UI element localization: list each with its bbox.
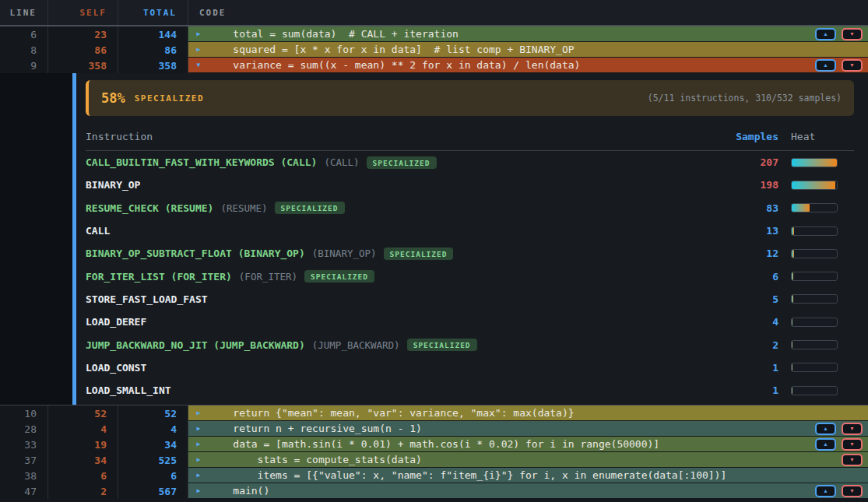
code-row[interactable]: 8 86 86 ▶ squared = [x * x for x in data… xyxy=(0,42,868,58)
jump-down-button[interactable]: ▼ xyxy=(842,423,863,435)
instruction-base-opcode: (FOR_ITER) xyxy=(239,271,297,283)
instruction-name: LOAD_CONST xyxy=(86,362,146,374)
instruction-samples: 83 xyxy=(718,202,786,214)
line-number: 47 xyxy=(0,483,48,499)
column-header-heat[interactable]: Heat xyxy=(786,131,854,142)
code-row[interactable]: 9 358 358 ▼ variance = sum((x - mean) **… xyxy=(0,58,868,73)
heat-bar xyxy=(791,294,838,304)
heat-bar-fill xyxy=(792,272,793,280)
specialized-badge: SPECIALIZED xyxy=(407,339,477,351)
expand-arrow-icon[interactable]: ▶ xyxy=(188,425,209,432)
column-header-code: CODE xyxy=(188,0,868,25)
instruction-name: JUMP_BACKWARD_NO_JIT (JUMP_BACKWARD) xyxy=(86,339,305,351)
instruction-samples: 6 xyxy=(718,271,786,283)
specialized-badge: SPECIALIZED xyxy=(384,247,454,260)
jump-down-button[interactable]: ▼ xyxy=(842,485,863,497)
self-samples-value: 6 xyxy=(48,468,118,483)
code-cell[interactable]: ▶ items = [{"value": x, "name": f"item_{… xyxy=(188,468,868,483)
code-cell[interactable]: ▶ data = [math.sin(i * 0.01) + math.cos(… xyxy=(188,437,868,452)
jump-down-button[interactable]: ▼ xyxy=(842,438,863,451)
heat-bar xyxy=(791,318,838,327)
instruction-base-opcode: (JUMP_BACKWARD) xyxy=(312,339,400,351)
code-text: total = sum(data) # CALL + iteration xyxy=(209,26,459,41)
self-samples-value: 86 xyxy=(48,42,118,58)
hot-lines-bottom: 10 52 52 ▶ return {"mean": mean, "var": … xyxy=(0,405,868,499)
instruction-row: BINARY_OP_SUBTRACT_FLOAT (BINARY_OP) (BI… xyxy=(86,242,854,265)
hot-lines-top: 6 23 144 ▶ total = sum(data) # CALL + it… xyxy=(0,26,868,73)
expand-arrow-icon[interactable]: ▶ xyxy=(188,409,209,416)
line-number: 37 xyxy=(0,452,48,468)
code-text: data = [math.sin(i * 0.01) + math.cos(i … xyxy=(209,437,659,451)
jump-up-button[interactable]: ▲ xyxy=(815,485,836,497)
nav-buttons: ▲▼ xyxy=(815,26,863,41)
jump-down-button[interactable]: ▼ xyxy=(842,59,863,72)
expand-arrow-icon[interactable]: ▶ xyxy=(188,472,209,479)
code-cell[interactable]: ▶ main() ▲▼ xyxy=(188,483,868,499)
expand-arrow-icon[interactable]: ▶ xyxy=(188,46,209,53)
code-row[interactable]: 10 52 52 ▶ return {"mean": mean, "var": … xyxy=(0,405,868,421)
jump-down-button[interactable]: ▼ xyxy=(842,28,863,40)
code-row[interactable]: 33 19 34 ▶ data = [math.sin(i * 0.01) + … xyxy=(0,437,868,452)
total-samples-value: 6 xyxy=(118,468,188,483)
jump-up-button[interactable]: ▲ xyxy=(815,59,836,72)
code-row[interactable]: 38 6 6 ▶ items = [{"value": x, "name": f… xyxy=(0,468,868,483)
expand-arrow-icon[interactable]: ▶ xyxy=(188,30,209,37)
instruction-base-opcode: (BINARY_OP) xyxy=(312,247,377,259)
instruction-samples: 1 xyxy=(718,362,786,374)
code-text: return {"mean": mean, "var": variance, "… xyxy=(209,405,575,420)
heat-bar xyxy=(791,340,838,349)
heat-bar-fill xyxy=(792,227,794,235)
instruction-name: BINARY_OP xyxy=(86,179,140,191)
code-cell[interactable]: ▶ squared = [x * x for x in data] # list… xyxy=(188,42,868,58)
column-header-self: SELF xyxy=(48,0,118,25)
instruction-name: STORE_FAST_LOAD_FAST xyxy=(86,293,208,305)
instruction-name: CALL xyxy=(86,225,110,237)
self-samples-value: 19 xyxy=(48,437,118,452)
heat-bar-fill xyxy=(792,363,792,371)
column-header-instruction[interactable]: Instruction xyxy=(86,131,718,142)
jump-up-button[interactable]: ▲ xyxy=(815,423,836,435)
heat-bar-fill xyxy=(792,318,792,326)
code-text: variance = sum((x - mean) ** 2 for x in … xyxy=(209,58,580,72)
line-number: 6 xyxy=(0,26,48,42)
panel-gutter xyxy=(0,73,72,405)
column-header-total: TOTAL xyxy=(118,0,188,25)
instruction-name: FOR_ITER_LIST (FOR_ITER) xyxy=(86,271,232,283)
code-row[interactable]: 6 23 144 ▶ total = sum(data) # CALL + it… xyxy=(0,26,868,42)
self-samples-value: 2 xyxy=(48,483,118,499)
code-cell[interactable]: ▶ return {"mean": mean, "var": variance,… xyxy=(188,405,868,421)
table-header-row: LINE SELF TOTAL CODE xyxy=(0,0,868,26)
expand-arrow-icon[interactable]: ▶ xyxy=(188,456,209,463)
code-cell[interactable]: ▶ return n + recursive_sum(n - 1) ▲▼ xyxy=(188,421,868,437)
nav-buttons: ▲▼ xyxy=(815,437,863,451)
heat-bar xyxy=(791,249,838,258)
collapse-arrow-icon[interactable]: ▼ xyxy=(188,61,209,68)
instruction-table-body: CALL_BUILTIN_FAST_WITH_KEYWORDS (CALL) (… xyxy=(86,151,854,402)
jump-up-button[interactable]: ▲ xyxy=(815,28,836,40)
instruction-name: LOAD_DEREF xyxy=(86,316,146,328)
specialization-callout: 58% SPECIALIZED (5/11 instructions, 310/… xyxy=(86,80,854,116)
heat-bar xyxy=(791,386,838,395)
instruction-samples: 5 xyxy=(718,293,786,305)
self-samples-value: 358 xyxy=(48,58,118,73)
code-cell[interactable]: ▼ variance = sum((x - mean) ** 2 for x i… xyxy=(188,58,868,73)
self-samples-value: 23 xyxy=(48,26,118,42)
instruction-row: LOAD_DEREF 4 xyxy=(86,311,854,333)
expand-arrow-icon[interactable]: ▶ xyxy=(188,487,209,494)
jump-up-button[interactable]: ▲ xyxy=(815,438,836,451)
code-cell[interactable]: ▶ stats = compute_stats(data) ▼ xyxy=(188,452,868,468)
instruction-row: CALL_BUILTIN_FAST_WITH_KEYWORDS (CALL) (… xyxy=(86,151,854,174)
code-cell[interactable]: ▶ total = sum(data) # CALL + iteration ▲… xyxy=(188,26,868,42)
expand-arrow-icon[interactable]: ▶ xyxy=(188,441,209,448)
instruction-row: LOAD_CONST 1 xyxy=(86,356,854,379)
code-row[interactable]: 37 34 525 ▶ stats = compute_stats(data) … xyxy=(0,452,868,468)
heat-bar xyxy=(791,363,838,372)
heat-bar xyxy=(791,272,838,281)
column-header-line: LINE xyxy=(0,0,48,25)
instruction-name: RESUME_CHECK (RESUME) xyxy=(86,202,213,214)
total-samples-value: 52 xyxy=(118,405,188,421)
column-header-samples[interactable]: Samples xyxy=(718,131,786,142)
code-row[interactable]: 47 2 567 ▶ main() ▲▼ xyxy=(0,483,868,499)
code-row[interactable]: 28 4 4 ▶ return n + recursive_sum(n - 1)… xyxy=(0,421,868,437)
jump-down-button[interactable]: ▼ xyxy=(842,454,863,466)
